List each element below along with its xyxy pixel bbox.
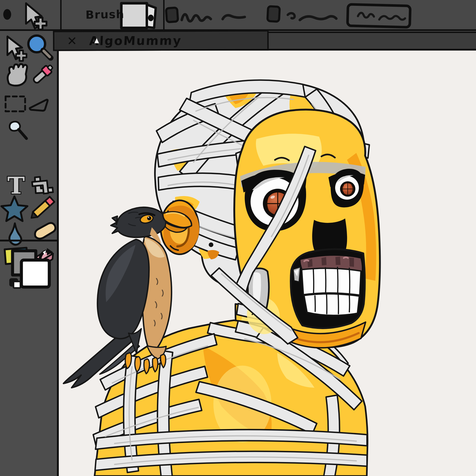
tool-blur[interactable] bbox=[9, 223, 21, 245]
tool-pencil[interactable] bbox=[29, 197, 54, 221]
toolbar-divider bbox=[60, 0, 62, 29]
tool-crop[interactable] bbox=[32, 177, 53, 194]
stroke-sample-dash[interactable] bbox=[223, 15, 245, 19]
swatch-mini[interactable] bbox=[9, 278, 20, 288]
canvas-area[interactable] bbox=[59, 51, 476, 476]
tool-move[interactable] bbox=[7, 36, 27, 61]
cheek-spot bbox=[209, 242, 213, 247]
toolbar-divider-2 bbox=[163, 0, 165, 29]
stroke-sample-hook[interactable] bbox=[288, 13, 295, 18]
stroke-preview-panel[interactable] bbox=[347, 4, 410, 27]
brush-size-small-2[interactable] bbox=[267, 6, 280, 22]
window-title: AlgoMummy bbox=[89, 34, 182, 48]
lower-teeth bbox=[304, 294, 359, 315]
upper-teeth bbox=[302, 268, 361, 295]
tool-eyedropper[interactable] bbox=[32, 63, 54, 85]
tool-shape[interactable] bbox=[1, 196, 27, 221]
cursor-add-icon[interactable] bbox=[26, 3, 47, 29]
window-titlebar[interactable]: ✕ AlgoMummy bbox=[53, 30, 269, 51]
tool-hand[interactable] bbox=[8, 64, 27, 86]
tool-zoom[interactable] bbox=[28, 35, 51, 58]
brush-size-small[interactable] bbox=[166, 7, 178, 22]
artwork-canvas[interactable] bbox=[59, 51, 476, 476]
sidebar-divider bbox=[0, 240, 57, 241]
mouth bbox=[291, 249, 365, 328]
tool-bandage[interactable] bbox=[35, 223, 55, 238]
bird-head bbox=[111, 207, 166, 244]
top-toolbar bbox=[0, 0, 476, 31]
top-toolbar-icons bbox=[0, 0, 476, 29]
left-toolbar: T bbox=[0, 31, 59, 476]
titlebar-background-strip bbox=[267, 32, 476, 50]
tool-text[interactable]: T bbox=[7, 172, 25, 199]
brush-label: Brush bbox=[85, 8, 125, 21]
title-accent-triangle bbox=[94, 38, 99, 43]
tool-lasso[interactable] bbox=[30, 100, 48, 111]
stroke-sample-wave[interactable] bbox=[300, 16, 336, 20]
tool-pen[interactable] bbox=[10, 121, 27, 138]
swatch-background[interactable] bbox=[21, 260, 49, 287]
bird-wing bbox=[97, 239, 149, 353]
tool-marquee[interactable] bbox=[6, 96, 25, 111]
close-icon[interactable]: ✕ bbox=[67, 35, 77, 47]
color-dot-icon[interactable] bbox=[3, 9, 11, 20]
brush-preview-box[interactable] bbox=[121, 3, 156, 28]
stroke-sample-squiggle[interactable] bbox=[182, 14, 211, 21]
